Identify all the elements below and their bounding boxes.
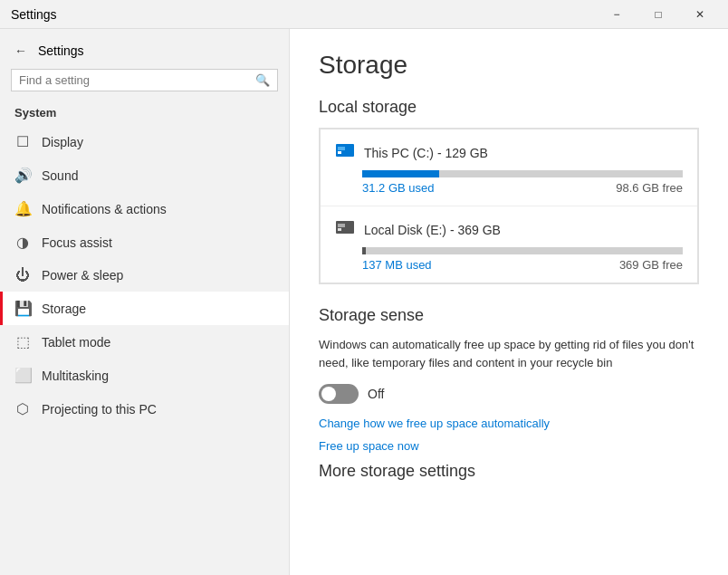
sidebar-item-power[interactable]: ⏻ Power & sleep <box>0 259 289 292</box>
svg-rect-1 <box>338 147 345 150</box>
tablet-icon: ⬚ <box>14 333 31 350</box>
drive-e-name: Local Disk (E:) - 369 GB <box>364 223 501 237</box>
drive-c-free: 98.6 GB free <box>616 181 683 195</box>
title-bar-title: Settings <box>11 7 57 22</box>
search-icon: 🔍 <box>255 73 270 87</box>
minimize-button[interactable]: − <box>596 0 637 29</box>
change-link[interactable]: Change how we free up space automaticall… <box>319 417 699 430</box>
drive-c-icon <box>335 140 355 165</box>
sidebar-top: ← Settings <box>0 29 289 69</box>
toggle-knob <box>321 387 336 401</box>
sidebar-item-label: Notifications & actions <box>42 202 167 216</box>
focus-icon: ◑ <box>14 234 31 251</box>
search-input[interactable] <box>19 73 255 87</box>
main-content: Storage Local storage This PC (C:) - 129… <box>290 29 728 575</box>
storage-cards: This PC (C:) - 129 GB 31.2 GB used 98.6 … <box>319 128 699 284</box>
drive-c-progress-fill <box>362 170 439 177</box>
toggle-row: Off <box>319 384 699 404</box>
sidebar-item-label: Focus assist <box>42 235 112 250</box>
sidebar-item-sound[interactable]: 🔊 Sound <box>0 158 289 192</box>
sidebar-item-notifications[interactable]: 🔔 Notifications & actions <box>0 192 289 225</box>
sidebar-item-display[interactable]: ☐ Display <box>0 125 289 158</box>
local-storage-title: Local storage <box>319 98 699 117</box>
drive-c-header: This PC (C:) - 129 GB <box>335 140 683 165</box>
maximize-button[interactable]: □ <box>637 0 679 29</box>
drive-e-footer: 137 MB used 369 GB free <box>362 258 683 272</box>
close-button[interactable]: ✕ <box>679 0 721 29</box>
page-title: Storage <box>319 51 699 80</box>
drive-c-used: 31.2 GB used <box>362 181 435 195</box>
sidebar-item-label: Tablet mode <box>42 335 110 350</box>
drive-e-icon <box>335 217 355 242</box>
drive-c-footer: 31.2 GB used 98.6 GB free <box>362 181 683 195</box>
multitasking-icon: ⬜ <box>14 367 31 384</box>
drive-c-progress-bg <box>362 170 683 177</box>
sidebar-item-label: Power & sleep <box>42 268 123 283</box>
sidebar-item-label: Projecting to this PC <box>42 402 157 417</box>
sidebar-item-projecting[interactable]: ⬡ Projecting to this PC <box>0 392 289 426</box>
storage-sense-toggle[interactable] <box>319 384 359 404</box>
sidebar-app-title: Settings <box>38 43 84 58</box>
toggle-label: Off <box>368 387 384 401</box>
sidebar-item-label: Sound <box>42 168 78 183</box>
sidebar-item-tablet[interactable]: ⬚ Tablet mode <box>0 325 289 359</box>
app-body: ← Settings 🔍 System ☐ Display 🔊 Sound 🔔 … <box>0 29 728 575</box>
storage-sense-title: Storage sense <box>319 306 699 325</box>
drive-e-used: 137 MB used <box>362 258 432 272</box>
notifications-icon: 🔔 <box>14 200 31 217</box>
drive-c-name: This PC (C:) - 129 GB <box>364 146 488 160</box>
svg-rect-4 <box>338 224 345 227</box>
display-icon: ☐ <box>14 133 31 150</box>
back-button[interactable]: ← <box>11 40 31 62</box>
title-bar: Settings − □ ✕ <box>0 0 728 29</box>
drive-c-card[interactable]: This PC (C:) - 129 GB 31.2 GB used 98.6 … <box>321 129 697 206</box>
sidebar-item-multitasking[interactable]: ⬜ Multitasking <box>0 359 289 392</box>
storage-sense-desc: Windows can automatically free up space … <box>319 336 699 371</box>
title-bar-controls: − □ ✕ <box>596 0 721 29</box>
search-box[interactable]: 🔍 <box>11 69 278 91</box>
free-up-link[interactable]: Free up space now <box>319 439 699 453</box>
svg-rect-2 <box>338 151 341 154</box>
storage-icon: 💾 <box>14 300 31 317</box>
sound-icon: 🔊 <box>14 167 31 184</box>
drive-e-card[interactable]: Local Disk (E:) - 369 GB 137 MB used 369… <box>321 206 697 283</box>
sidebar-item-label: Storage <box>42 302 86 316</box>
drive-e-free: 369 GB free <box>619 258 683 272</box>
sidebar-item-label: Display <box>42 135 83 149</box>
projecting-icon: ⬡ <box>14 400 31 417</box>
power-icon: ⏻ <box>14 267 31 283</box>
svg-rect-5 <box>338 228 341 231</box>
more-storage-title: More storage settings <box>319 462 699 481</box>
sidebar-item-focus[interactable]: ◑ Focus assist <box>0 225 289 259</box>
title-bar-left: Settings <box>11 7 57 22</box>
drive-e-header: Local Disk (E:) - 369 GB <box>335 217 683 242</box>
sidebar-item-label: Multitasking <box>42 369 109 383</box>
sidebar-section-label: System <box>0 102 289 125</box>
drive-e-progress-bg <box>362 247 683 254</box>
sidebar: ← Settings 🔍 System ☐ Display 🔊 Sound 🔔 … <box>0 29 290 575</box>
sidebar-item-storage[interactable]: 💾 Storage <box>0 292 289 325</box>
drive-e-progress-fill <box>362 247 366 254</box>
